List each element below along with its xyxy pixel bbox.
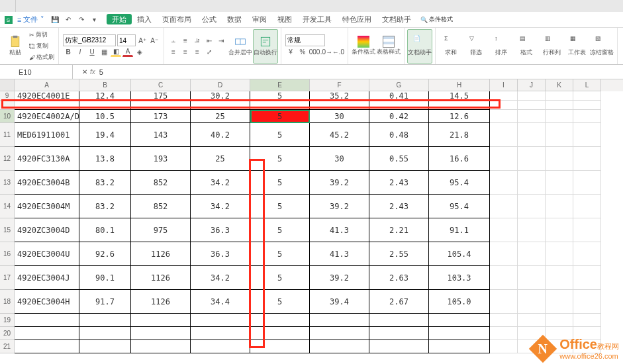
cell[interactable]: 90.1 xyxy=(79,266,131,290)
cell[interactable]: 40.2 xyxy=(191,123,250,147)
cell[interactable] xyxy=(518,101,546,110)
cell[interactable]: 5 xyxy=(250,123,310,147)
menu-tab-7[interactable]: 开发工具 xyxy=(297,14,337,24)
comma-icon[interactable]: 000 xyxy=(309,46,320,57)
align-center-icon[interactable]: ≡ xyxy=(180,46,191,57)
cell[interactable] xyxy=(546,290,573,314)
cell[interactable] xyxy=(573,195,601,218)
cell[interactable] xyxy=(310,314,369,327)
cell[interactable]: 25 xyxy=(191,110,250,123)
col-header-A[interactable]: A xyxy=(15,79,79,91)
cell[interactable]: 30 xyxy=(310,110,369,123)
orientation-icon[interactable]: ⤢ xyxy=(204,46,215,57)
cell[interactable]: 4920EC3004J xyxy=(15,266,79,290)
cell[interactable]: 16.6 xyxy=(429,147,490,171)
cell[interactable] xyxy=(490,327,518,340)
cell[interactable] xyxy=(429,314,490,327)
cell[interactable] xyxy=(15,314,79,327)
col-header-H[interactable]: H xyxy=(429,79,490,91)
cell[interactable]: 80.1 xyxy=(79,218,131,242)
cell[interactable]: 4920EC3004M xyxy=(15,195,79,218)
dec-decimal-icon[interactable]: ←.0 xyxy=(333,46,344,57)
cell[interactable] xyxy=(429,340,490,353)
cell[interactable]: 0.48 xyxy=(369,123,429,147)
cell[interactable]: 83.2 xyxy=(79,195,131,218)
cell[interactable]: 4920EC3004B xyxy=(15,171,79,195)
row-header[interactable]: 11 xyxy=(0,123,15,147)
row-header[interactable]: 19 xyxy=(0,314,15,327)
cell[interactable] xyxy=(79,327,131,340)
cell[interactable] xyxy=(546,110,573,123)
col-header-C[interactable]: C xyxy=(131,79,191,91)
cell[interactable] xyxy=(518,171,546,195)
sort-button[interactable]: ↕排序 xyxy=(489,29,514,64)
cell[interactable] xyxy=(518,290,546,314)
cell[interactable]: 105.4 xyxy=(429,242,490,266)
cell[interactable] xyxy=(573,314,601,327)
menu-tab-1[interactable]: 插入 xyxy=(132,14,157,24)
cell[interactable] xyxy=(518,218,546,242)
menu-tab-2[interactable]: 页面布局 xyxy=(157,14,197,24)
cell[interactable] xyxy=(310,340,369,353)
cell[interactable]: 2.43 xyxy=(369,171,429,195)
cell[interactable]: 2.55 xyxy=(369,242,429,266)
cell[interactable] xyxy=(490,123,518,147)
cell[interactable]: 173 xyxy=(131,110,191,123)
table-style-button[interactable]: 表格样式 xyxy=(376,29,401,64)
cell[interactable] xyxy=(573,110,601,123)
cell[interactable] xyxy=(546,218,573,242)
format-painter-button[interactable]: 🖌格式刷 xyxy=(29,52,54,63)
increase-font-icon[interactable]: A⁺ xyxy=(137,35,148,46)
cell[interactable]: 91.1 xyxy=(429,218,490,242)
cell[interactable]: 105.0 xyxy=(429,290,490,314)
cell[interactable] xyxy=(518,266,546,290)
format-button[interactable]: ▤格式 xyxy=(514,29,539,64)
menu-tab-5[interactable]: 审阅 xyxy=(247,14,272,24)
fx-icon[interactable]: fx xyxy=(90,68,95,75)
formula-value[interactable]: 5 xyxy=(99,68,103,76)
cell[interactable]: 143 xyxy=(131,123,191,147)
underline-button[interactable]: U xyxy=(87,46,97,57)
cell[interactable]: 13.8 xyxy=(79,147,131,171)
cell[interactable] xyxy=(546,195,573,218)
cell[interactable]: 39.2 xyxy=(310,266,369,290)
cell[interactable]: 5 xyxy=(250,110,310,123)
cell[interactable]: 2.21 xyxy=(369,218,429,242)
cell[interactable] xyxy=(490,242,518,266)
cell[interactable]: 34.2 xyxy=(191,266,250,290)
cell[interactable] xyxy=(518,147,546,171)
cell[interactable] xyxy=(546,266,573,290)
select-all-corner[interactable] xyxy=(0,79,15,91)
row-header[interactable]: 15 xyxy=(0,218,15,242)
font-color-button[interactable]: A xyxy=(122,46,133,57)
fill-color-button[interactable]: ◧ xyxy=(111,46,121,57)
auto-wrap-button[interactable]: 自动换行 xyxy=(253,29,278,64)
cell[interactable] xyxy=(546,91,573,101)
cell[interactable] xyxy=(131,327,191,340)
row-header[interactable]: 17 xyxy=(0,266,15,290)
row-header[interactable]: 20 xyxy=(0,327,15,340)
cell[interactable]: 83.2 xyxy=(79,171,131,195)
cell[interactable]: MED61911001 xyxy=(15,123,79,147)
cell[interactable] xyxy=(573,266,601,290)
row-header[interactable]: 18 xyxy=(0,290,15,314)
align-right-icon[interactable]: ≡ xyxy=(192,46,203,57)
align-middle-icon[interactable]: ≡ xyxy=(180,35,191,46)
menu-tab-3[interactable]: 公式 xyxy=(197,14,222,24)
font-name-select[interactable] xyxy=(63,34,116,46)
cell[interactable]: 36.3 xyxy=(191,218,250,242)
cell[interactable]: 975 xyxy=(131,218,191,242)
cell[interactable] xyxy=(573,218,601,242)
cell[interactable]: 2.67 xyxy=(369,290,429,314)
col-header-J[interactable]: J xyxy=(518,79,546,91)
rowcol-button[interactable]: ▥行和列 xyxy=(539,29,564,64)
col-header-L[interactable]: L xyxy=(573,79,601,91)
worksheet-grid[interactable]: ABCDEFGHIJKL 94920EC4001E12.417530.2535.… xyxy=(0,79,623,353)
cell[interactable] xyxy=(191,314,250,327)
worksheet-button[interactable]: ▦工作表 xyxy=(564,29,589,64)
cell[interactable]: 852 xyxy=(131,171,191,195)
cell[interactable]: 34.2 xyxy=(191,171,250,195)
filter-button[interactable]: ▽筛选 xyxy=(463,29,489,64)
cell[interactable] xyxy=(573,101,601,110)
cell[interactable]: 4920ZC3004D xyxy=(15,218,79,242)
